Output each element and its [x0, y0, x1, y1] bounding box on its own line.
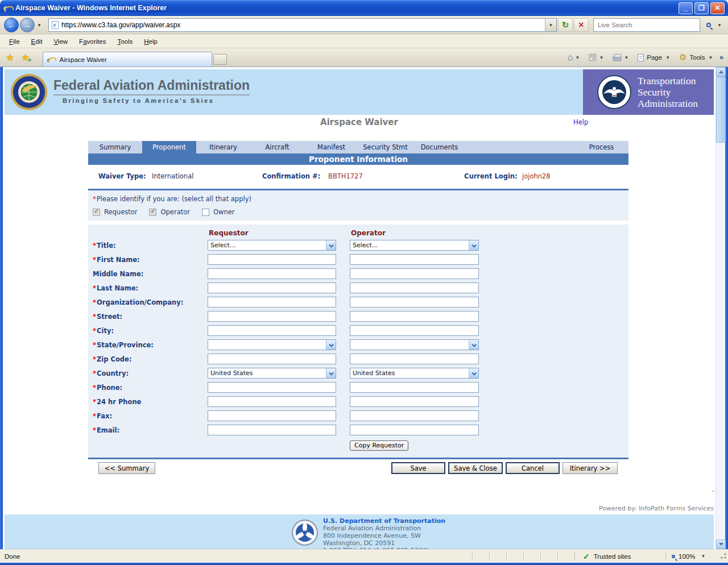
- search-options-icon[interactable]: ▼: [717, 23, 722, 28]
- organization-company-operator-input[interactable]: [350, 297, 479, 308]
- city-operator-input[interactable]: [350, 325, 479, 336]
- summary-button[interactable]: << Summary: [98, 462, 155, 474]
- new-tab-button[interactable]: [213, 54, 227, 65]
- menu-item-edit[interactable]: Edit: [26, 36, 48, 47]
- last-name-requestor-input[interactable]: [208, 282, 336, 293]
- cancel-button[interactable]: Cancel: [506, 462, 560, 474]
- tab-documents[interactable]: Documents: [412, 141, 466, 153]
- copy-requestor-button[interactable]: Copy Requestor: [350, 441, 408, 451]
- required-asterisk: *: [93, 426, 96, 434]
- title-requestor-select[interactable]: Select...: [208, 240, 336, 251]
- tab-manifest[interactable]: Manifest: [304, 141, 358, 153]
- tab-security-stmt[interactable]: Security Stmt: [358, 141, 412, 153]
- address-dropdown-icon[interactable]: ▼: [545, 19, 556, 31]
- save-close-button[interactable]: Save & Close: [448, 462, 503, 474]
- help-link[interactable]: Help: [573, 118, 588, 126]
- zoom-panel[interactable]: 100% ▼: [665, 552, 717, 561]
- tab-proponent[interactable]: Proponent: [142, 141, 196, 153]
- tools-gear-icon[interactable]: ⚙: [679, 53, 686, 61]
- tools-dropdown-icon[interactable]: ▼: [708, 55, 713, 60]
- favorites-center-icon[interactable]: ★: [6, 52, 14, 64]
- stop-button[interactable]: ×: [574, 18, 589, 32]
- city-requestor-input[interactable]: [208, 325, 336, 336]
- field-label-text: Phone:: [97, 384, 122, 392]
- minimize-button[interactable]: _: [679, 2, 693, 14]
- phone-operator-input[interactable]: [350, 382, 479, 393]
- first-name-operator-input[interactable]: [350, 254, 479, 265]
- organization-company-requestor-input[interactable]: [208, 297, 336, 308]
- feeds-icon[interactable]: [589, 53, 597, 61]
- title-operator-select[interactable]: Select...: [350, 240, 479, 251]
- page-menu-icon[interactable]: [638, 54, 644, 61]
- tab-aircraft[interactable]: Aircraft: [250, 141, 304, 153]
- menu-item-favorites[interactable]: Favorites: [73, 36, 111, 47]
- tab-itinerary[interactable]: Itinerary: [196, 141, 250, 153]
- home-dropdown-icon[interactable]: ▼: [576, 55, 580, 60]
- 24-hr-phone-operator-input[interactable]: [350, 396, 479, 407]
- fax-operator-input[interactable]: [350, 410, 479, 421]
- footer-dot-link[interactable]: U.S. Department of Transportation: [323, 517, 445, 525]
- print-icon[interactable]: [613, 56, 622, 61]
- page-dropdown-icon[interactable]: ▼: [665, 55, 670, 60]
- field-cell-operator: [350, 382, 479, 393]
- print-dropdown-icon[interactable]: ▼: [624, 55, 628, 60]
- menu-item-help[interactable]: Help: [138, 36, 163, 47]
- back-button[interactable]: ←: [4, 18, 19, 32]
- last-name-operator-input[interactable]: [350, 282, 479, 293]
- menu-item-view[interactable]: View: [48, 36, 73, 47]
- tab-summary[interactable]: Summary: [88, 141, 142, 153]
- zip-code-operator-input[interactable]: [350, 354, 479, 364]
- country-operator-select[interactable]: United States: [350, 368, 479, 379]
- tools-menu-label[interactable]: Tools: [690, 54, 705, 61]
- 24-hr-phone-requestor-input[interactable]: [208, 396, 336, 407]
- email-requestor-input[interactable]: [208, 425, 336, 435]
- middle-name-operator-input[interactable]: [350, 268, 479, 279]
- scrollbar-thumb[interactable]: [716, 77, 726, 143]
- zip-code-requestor-input[interactable]: [208, 354, 336, 364]
- itinerary-button[interactable]: Itinerary >>: [562, 462, 618, 474]
- street-operator-input[interactable]: [350, 311, 479, 322]
- search-input[interactable]: [594, 22, 700, 28]
- menu-item-file[interactable]: File: [3, 36, 26, 47]
- email-operator-input[interactable]: [350, 425, 479, 435]
- field-label-text: Email:: [97, 426, 119, 434]
- state-province-operator-select[interactable]: [350, 339, 479, 350]
- checkbox-group-owner[interactable]: Owner: [202, 208, 235, 216]
- restore-button[interactable]: ❐: [694, 2, 709, 14]
- close-button[interactable]: ✕: [710, 2, 725, 14]
- forward-button[interactable]: →: [20, 18, 35, 32]
- field-cell-operator: [350, 396, 479, 407]
- scroll-down-button[interactable]: [716, 539, 726, 549]
- tsa-line-2: Security: [638, 86, 698, 98]
- address-input[interactable]: [61, 21, 545, 29]
- middle-name-requestor-input[interactable]: [208, 268, 336, 279]
- street-requestor-input[interactable]: [208, 311, 336, 322]
- refresh-button[interactable]: ↻: [558, 18, 573, 32]
- browser-tab[interactable]: e Airspace Waiver: [43, 52, 212, 67]
- tab-process[interactable]: Process: [574, 141, 628, 153]
- confirmation-label: Confirmation #:: [262, 172, 320, 180]
- resize-grip[interactable]: [719, 552, 727, 560]
- scroll-up-button[interactable]: [716, 67, 726, 77]
- state-province-requestor-select[interactable]: [208, 339, 336, 350]
- checkbox-owner[interactable]: [202, 209, 209, 216]
- add-favorite-icon[interactable]: ★: [21, 52, 30, 64]
- phone-requestor-input[interactable]: [208, 382, 336, 393]
- zoom-dropdown-icon[interactable]: ▼: [701, 554, 705, 559]
- history-dropdown-icon[interactable]: ▼: [37, 23, 42, 28]
- home-icon[interactable]: ⌂: [568, 52, 573, 63]
- country-requestor-select[interactable]: United States: [208, 368, 336, 379]
- search-button[interactable]: [702, 18, 715, 32]
- page-menu-label[interactable]: Page: [647, 54, 662, 61]
- menu-item-tools[interactable]: Tools: [111, 36, 138, 47]
- first-name-requestor-input[interactable]: [208, 254, 336, 265]
- field-cell-operator: [350, 339, 479, 350]
- checkbox-group-operator[interactable]: ✓Operator: [149, 208, 189, 216]
- tab-bar: ★ ★ e Airspace Waiver ⌂ ▼ ▼ ▼ Page ▼ ⚙ T…: [0, 48, 728, 67]
- required-asterisk: *: [93, 313, 96, 321]
- vertical-scrollbar[interactable]: [715, 67, 725, 549]
- checkbox-group-requestor[interactable]: ✓Requestor: [93, 208, 137, 216]
- fax-requestor-input[interactable]: [208, 410, 336, 421]
- toolbar-overflow-icon[interactable]: »: [719, 53, 723, 61]
- save-button[interactable]: Save: [391, 462, 445, 474]
